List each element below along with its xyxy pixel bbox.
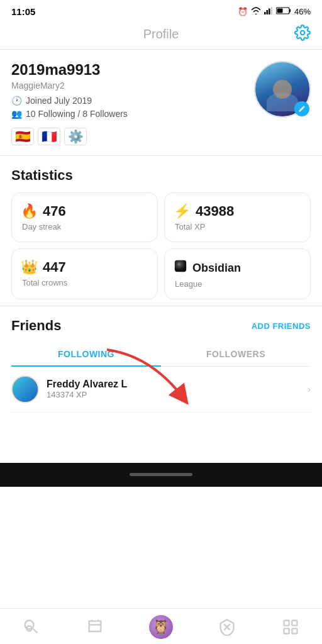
settings-gear-icon[interactable] — [294, 25, 311, 45]
friends-title: Friends — [11, 318, 61, 334]
profile-joined: 🕐 Joined July 2019 — [11, 96, 254, 106]
friends-section: Friends ADD FRIENDS FOLLOWING FOLLOWERS … — [0, 306, 322, 419]
friends-header: Friends ADD FRIENDS — [11, 318, 311, 334]
friend-info: Freddy Alvarez L 143374 XP — [47, 379, 308, 399]
avatar-edit-button[interactable] — [294, 101, 309, 116]
battery-icon — [276, 7, 291, 16]
crowns-value: 447 — [43, 259, 66, 275]
flag-settings[interactable]: ⚙️ — [64, 128, 87, 145]
svg-rect-22 — [292, 628, 297, 633]
tab-followers[interactable]: FOLLOWERS — [161, 343, 311, 366]
stats-grid: 🔥 476 Day streak ⚡ 43988 Total XP 👑 447 … — [11, 192, 311, 299]
home-bar — [0, 463, 322, 487]
status-time: 11:05 — [11, 6, 35, 17]
alarm-icon: ⏰ — [238, 7, 248, 16]
svg-rect-19 — [284, 621, 289, 626]
friends-tabs: FOLLOWING FOLLOWERS — [11, 343, 311, 367]
signal-icon — [264, 7, 273, 16]
status-icons: ⏰ 46% — [238, 7, 311, 16]
wifi-icon — [251, 7, 261, 16]
statistics-title: Statistics — [11, 167, 311, 184]
league-value: Obsidian — [192, 262, 241, 275]
nav-learn[interactable] — [86, 618, 104, 636]
statistics-section: Statistics 🔥 476 Day streak ⚡ 43988 Tota… — [0, 156, 322, 306]
svg-rect-3 — [270, 7, 272, 14]
league-label: League — [175, 279, 301, 289]
profile-flags: 🇪🇸 🇫🇷 ⚙️ — [11, 128, 254, 145]
add-friends-button[interactable]: ADD FRIENDS — [252, 321, 311, 331]
home-pill — [130, 473, 192, 476]
crowns-label: Total crowns — [22, 278, 148, 287]
clock-icon: 🕐 — [11, 96, 22, 106]
app-header: Profile — [0, 21, 322, 50]
profile-username: 2019ma9913 — [11, 61, 254, 79]
svg-rect-20 — [292, 621, 297, 626]
svg-rect-8 — [175, 260, 186, 272]
status-bar: 11:05 ⏰ 46% — [0, 0, 322, 21]
streak-value: 476 — [43, 203, 66, 219]
svg-line-13 — [33, 628, 38, 633]
svg-rect-6 — [277, 9, 282, 13]
svg-rect-1 — [266, 10, 268, 14]
bottom-nav: 🦉 — [0, 608, 322, 644]
people-icon: 👥 — [11, 109, 22, 119]
profile-following: 👥 10 Following / 8 Followers — [11, 109, 254, 119]
profile-avatar-wrap — [254, 61, 311, 118]
svg-rect-2 — [269, 9, 270, 15]
friend-xp: 143374 XP — [47, 390, 308, 399]
profile-section: 2019ma9913 MaggieMary2 🕐 Joined July 201… — [0, 50, 322, 156]
nav-profile[interactable]: 🦉 — [149, 615, 173, 639]
nav-shield[interactable] — [218, 618, 236, 636]
profile-handle: MaggieMary2 — [11, 80, 254, 91]
tab-following[interactable]: FOLLOWING — [11, 343, 161, 367]
crown-icon: 👑 — [21, 259, 38, 275]
friend-name: Freddy Alvarez L — [47, 379, 308, 390]
flag-france[interactable]: 🇫🇷 — [38, 128, 60, 145]
stat-card-xp: ⚡ 43988 Total XP — [164, 192, 311, 242]
chevron-right-icon: › — [308, 384, 311, 395]
stat-card-streak: 🔥 476 Day streak — [11, 192, 158, 242]
page-title: Profile — [143, 27, 179, 42]
friend-avatar — [11, 375, 39, 403]
obsidian-icon — [174, 259, 187, 277]
streak-label: Day streak — [22, 222, 148, 231]
svg-rect-0 — [264, 12, 266, 14]
friend-row[interactable]: Freddy Alvarez L 143374 XP › — [11, 367, 311, 413]
fire-icon: 🔥 — [21, 203, 38, 219]
svg-rect-9 — [177, 263, 180, 265]
svg-rect-5 — [289, 9, 291, 13]
nav-shop[interactable] — [282, 618, 299, 636]
xp-label: Total XP — [175, 222, 301, 231]
svg-rect-21 — [284, 628, 289, 633]
stat-card-league: Obsidian League — [164, 248, 311, 299]
lightning-icon: ⚡ — [174, 203, 191, 219]
flag-spain[interactable]: 🇪🇸 — [11, 128, 34, 145]
stat-card-crowns: 👑 447 Total crowns — [11, 248, 158, 299]
battery-percent: 46% — [294, 7, 311, 16]
svg-point-7 — [301, 30, 305, 35]
nav-search[interactable] — [23, 618, 40, 636]
xp-value: 43988 — [196, 203, 234, 219]
profile-info: 2019ma9913 MaggieMary2 🕐 Joined July 201… — [11, 61, 254, 145]
